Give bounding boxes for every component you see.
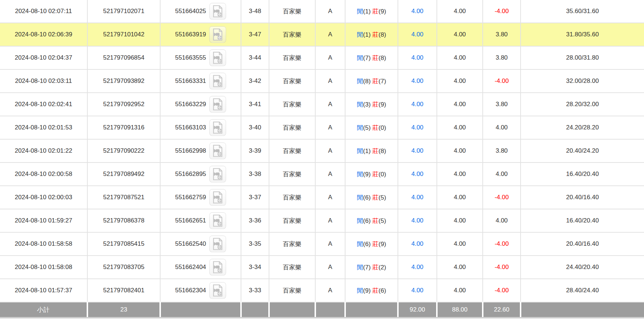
valid-bet-cell: 4.00 (437, 93, 483, 116)
balance-cell: 28.40/24.40 (521, 279, 644, 302)
win-loss-cell: -4.00 (483, 0, 521, 23)
bet-time-cell: 2024-08-10 01:59:27 (0, 209, 87, 232)
balance-cell: 24.20/28.20 (521, 116, 644, 139)
video-replay-button[interactable] (209, 73, 226, 89)
video-file-icon (212, 52, 223, 64)
video-replay-button[interactable] (209, 189, 226, 206)
bet-amount-link[interactable]: 4.00 (411, 124, 423, 131)
video-replay-button[interactable] (209, 96, 226, 113)
balance-cell: 20.40/16.40 (521, 232, 644, 256)
bet-amount-link[interactable]: 4.00 (411, 170, 423, 177)
game-id-cell: 551662540 (160, 232, 241, 256)
game-id-cell: 551662998 (160, 139, 241, 163)
game-id-cell: 551662304 (160, 279, 241, 302)
table-row: 2024-08-10 02:04:37 521797096854 5516635… (0, 46, 644, 69)
video-replay-button[interactable] (209, 282, 226, 299)
bet-id-cell: 521797090222 (87, 139, 160, 163)
balance-cell: 20.40/24.20 (521, 139, 644, 163)
round-number-cell: 3-40 (241, 116, 269, 139)
video-replay-button[interactable] (209, 3, 226, 20)
game-type-cell: 百家樂 (269, 116, 315, 139)
bet-time-cell: 2024-08-10 02:00:03 (0, 186, 87, 209)
table-row: 2024-08-10 01:57:37 521797082401 5516623… (0, 279, 644, 302)
round-number-cell: 3-48 (241, 0, 269, 23)
bet-amount-link[interactable]: 4.00 (411, 8, 423, 15)
valid-bet-cell: 4.00 (437, 0, 483, 23)
game-id-cell: 551662759 (160, 186, 241, 209)
win-loss-cell: -4.00 (483, 186, 521, 209)
video-replay-button[interactable] (209, 49, 226, 66)
game-type-cell: 百家樂 (269, 69, 315, 93)
bet-amount-link[interactable]: 4.00 (411, 194, 423, 201)
table-code-cell: A (315, 0, 345, 23)
table-code-cell: A (315, 23, 345, 46)
game-type-cell: 百家樂 (269, 256, 315, 279)
table-code-cell: A (315, 256, 345, 279)
table-row: 2024-08-10 02:01:53 521797091316 5516631… (0, 116, 644, 139)
game-id-cell: 551663331 (160, 69, 241, 93)
player-result: 閒(7) (357, 55, 371, 61)
round-number-cell: 3-34 (241, 256, 269, 279)
game-id-cell: 551662895 (160, 163, 241, 186)
banker-result: 莊(5) (372, 194, 386, 201)
game-id-value: 551663555 (175, 54, 206, 61)
game-id-value: 551662759 (175, 194, 206, 201)
video-replay-button[interactable] (209, 119, 226, 136)
subtotal-empty-cell (160, 302, 241, 317)
bet-amount-link[interactable]: 4.00 (411, 264, 423, 270)
bet-id-cell: 521797092952 (87, 93, 160, 116)
win-loss-cell: -4.00 (483, 69, 521, 93)
bet-amount-cell: 4.00 (398, 46, 437, 69)
balance-cell: 28.00/31.80 (521, 46, 644, 69)
valid-bet-cell: 4.00 (437, 69, 483, 93)
balance-cell: 16.40/20.40 (521, 209, 644, 232)
result-cell: 閒(1) 莊(8) (345, 23, 398, 46)
result-cell: 閒(1) 莊(9) (345, 0, 398, 23)
game-type-cell: 百家樂 (269, 0, 315, 23)
table-row: 2024-08-10 01:58:58 521797085415 5516625… (0, 232, 644, 256)
player-result: 閒(1) (357, 8, 371, 15)
banker-result: 莊(2) (372, 264, 386, 271)
video-file-icon (212, 145, 223, 157)
video-replay-button[interactable] (209, 26, 226, 43)
balance-cell: 24.40/20.40 (521, 256, 644, 279)
video-replay-button[interactable] (209, 236, 226, 252)
bet-id-cell: 521797082401 (87, 279, 160, 302)
bet-time-cell: 2024-08-10 01:58:08 (0, 256, 87, 279)
bet-history-table: 2024-08-10 02:07:11 521797102071 5516640… (0, 0, 644, 317)
subtotal-empty-cell (345, 302, 398, 317)
bet-amount-cell: 4.00 (398, 163, 437, 186)
balance-cell: 31.80/35.60 (521, 23, 644, 46)
round-number-cell: 3-39 (241, 139, 269, 163)
bet-amount-link[interactable]: 4.00 (411, 217, 423, 224)
bet-amount-link[interactable]: 4.00 (411, 147, 423, 154)
game-id-cell: 551663229 (160, 93, 241, 116)
video-replay-button[interactable] (209, 259, 226, 276)
result-cell: 閒(6) 莊(9) (345, 232, 398, 256)
banker-result: 莊(0) (372, 171, 386, 178)
table-row: 2024-08-10 02:03:11 521797093892 5516633… (0, 69, 644, 93)
game-id-cell: 551662651 (160, 209, 241, 232)
bet-amount-link[interactable]: 4.00 (411, 31, 423, 38)
player-result: 閒(6) (357, 194, 371, 201)
bet-amount-link[interactable]: 4.00 (411, 54, 423, 61)
bet-time-cell: 2024-08-10 02:06:39 (0, 23, 87, 46)
bet-time-cell: 2024-08-10 01:58:58 (0, 232, 87, 256)
video-replay-button[interactable] (209, 143, 226, 159)
bet-time-cell: 2024-08-10 02:07:11 (0, 0, 87, 23)
bet-amount-link[interactable]: 4.00 (411, 240, 423, 247)
bet-amount-cell: 4.00 (398, 256, 437, 279)
bet-time-cell: 2024-08-10 01:57:37 (0, 279, 87, 302)
bet-amount-link[interactable]: 4.00 (411, 77, 423, 84)
bet-id-cell: 521797086378 (87, 209, 160, 232)
balance-cell: 35.60/31.60 (521, 0, 644, 23)
player-result: 閒(9) (357, 171, 371, 178)
video-replay-button[interactable] (209, 212, 226, 229)
video-replay-button[interactable] (209, 166, 226, 182)
video-file-icon (212, 191, 223, 204)
bet-amount-link[interactable]: 4.00 (411, 287, 423, 294)
bet-amount-link[interactable]: 4.00 (411, 101, 423, 108)
win-loss-cell: -4.00 (483, 256, 521, 279)
banker-result: 莊(8) (372, 31, 386, 38)
bet-amount-cell: 4.00 (398, 0, 437, 23)
